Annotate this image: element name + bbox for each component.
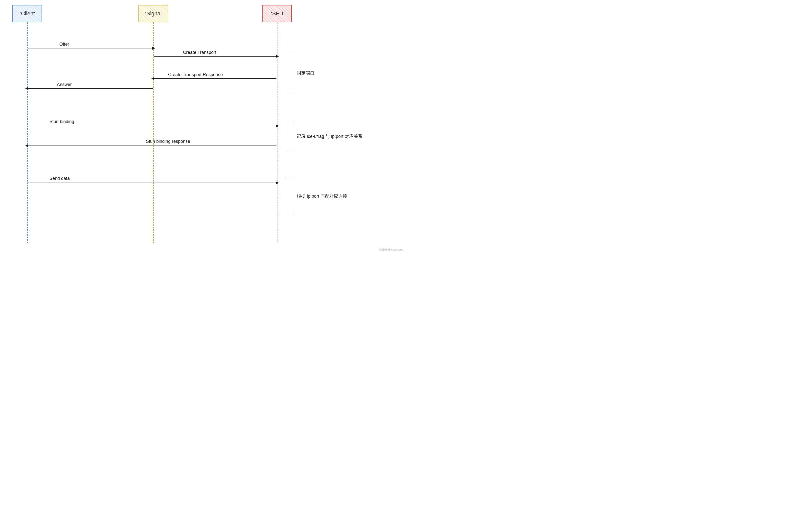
actor-signal: :Signal xyxy=(139,5,168,22)
svg-marker-3 xyxy=(276,55,279,58)
create-transport-response-label: Create Transport Response xyxy=(168,72,223,77)
svg-marker-11 xyxy=(25,144,28,147)
svg-marker-9 xyxy=(276,124,279,128)
actor-sfu-label: :SFU xyxy=(271,10,283,17)
arrows-svg: Offer Create Transport Create Transport … xyxy=(0,0,406,253)
actor-client-label: :Client xyxy=(19,10,35,17)
watermark: CSDN @aggresses xyxy=(379,248,403,251)
offer-label: Offer xyxy=(59,42,69,47)
lifeline-client xyxy=(27,22,28,243)
fixed-port-label: 固定端口 xyxy=(297,71,314,76)
stun-binding-response-label: Stun binding response xyxy=(146,139,190,144)
create-transport-label: Create Transport xyxy=(183,50,216,55)
send-data-label: Send data xyxy=(50,176,70,181)
svg-marker-1 xyxy=(152,47,155,50)
svg-marker-7 xyxy=(25,87,28,90)
diagram-container: :Client :Signal :SFU Offer Create Transp… xyxy=(0,0,406,253)
svg-marker-5 xyxy=(151,77,154,80)
svg-marker-13 xyxy=(276,181,279,184)
lifeline-sfu xyxy=(277,22,278,243)
answer-label: Answer xyxy=(57,82,72,87)
actor-client: :Client xyxy=(12,5,42,22)
ip-match-label: 根据 ip:port 匹配对应连接 xyxy=(297,194,347,199)
actor-sfu: :SFU xyxy=(262,5,292,22)
stun-binding-label: Stun binding xyxy=(50,119,74,124)
lifeline-signal xyxy=(153,22,154,243)
ice-record-label: 记录 ice-ufrag 与 ip:port 对应关系 xyxy=(297,134,363,139)
actor-signal-label: :Signal xyxy=(145,10,161,17)
